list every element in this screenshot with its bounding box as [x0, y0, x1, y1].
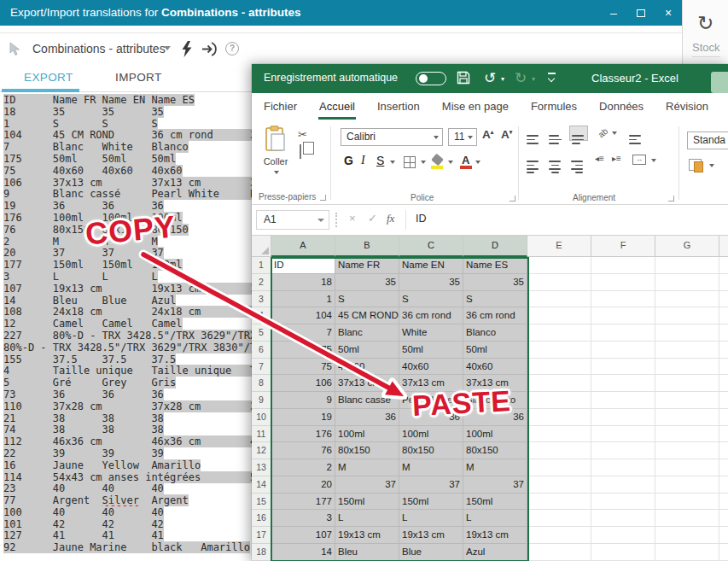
row-header-7[interactable]: 7 — [252, 359, 271, 376]
cell-D5[interactable]: Blanco — [463, 324, 527, 342]
row-header-2[interactable]: 2 — [252, 274, 271, 291]
align-bottom-icon[interactable] — [569, 126, 588, 141]
increase-indent-icon[interactable]: ▸≡ — [612, 154, 621, 163]
cell-F3[interactable] — [591, 291, 655, 308]
row-header-14[interactable]: 14 — [252, 476, 271, 494]
font-color-icon[interactable]: A — [462, 154, 469, 167]
cell-F17[interactable] — [591, 527, 655, 544]
cell-A1[interactable]: ID — [271, 257, 335, 274]
cell-C1[interactable]: Name EN — [399, 257, 463, 274]
cell-F4[interactable] — [591, 307, 655, 324]
select-all-corner[interactable] — [252, 236, 271, 257]
maximize-button[interactable] — [634, 6, 648, 20]
formula-bar-handle[interactable] — [335, 213, 337, 227]
cell-F5[interactable] — [591, 324, 655, 342]
cell-G4[interactable] — [655, 307, 719, 324]
accounting-caret-icon[interactable] — [709, 164, 714, 167]
cell-B17[interactable]: 19x13 cm — [335, 527, 399, 544]
cell-E15[interactable] — [527, 494, 591, 511]
ribbon-tab-accueil[interactable]: Accueil — [308, 93, 366, 121]
cell-D18[interactable]: Azul — [463, 544, 527, 561]
cell-C8[interactable]: 37x13 cm — [399, 375, 463, 392]
cell-A3[interactable]: 1 — [271, 291, 335, 308]
row-header-8[interactable]: 8 — [252, 375, 271, 392]
cell-D7[interactable]: 40x60 — [463, 359, 527, 376]
name-box[interactable]: A1 — [256, 210, 329, 230]
cell-D12[interactable]: 80x150 — [463, 442, 527, 459]
cell-C4[interactable]: 36 cm rond — [399, 307, 463, 324]
cell-D13[interactable]: M — [463, 459, 527, 476]
confirm-entry-icon[interactable]: ✓ — [368, 212, 377, 225]
orientation-icon[interactable]: ab — [597, 126, 610, 140]
wrap-text-icon[interactable] — [627, 126, 646, 142]
cell-C15[interactable]: 150ml — [399, 494, 463, 511]
merge-center-icon[interactable]: ↔ — [632, 155, 646, 165]
undo-button[interactable]: ↺ — [484, 69, 496, 87]
cell-B15[interactable]: 150ml — [335, 494, 399, 511]
type-selector[interactable]: Combinations - attributes — [32, 33, 166, 65]
row-header-17[interactable]: 17 — [252, 527, 271, 544]
cell-B1[interactable]: Name FR — [335, 257, 399, 274]
save-icon[interactable] — [457, 71, 470, 85]
underline-caret-icon[interactable] — [390, 161, 395, 164]
cell-C7[interactable]: 40x60 — [399, 359, 463, 376]
cell-F11[interactable] — [591, 426, 655, 443]
cell-E7[interactable] — [527, 359, 591, 376]
cell-F2[interactable] — [591, 274, 655, 291]
minimize-button[interactable]: – — [607, 6, 620, 20]
column-header-g[interactable]: G — [655, 236, 719, 257]
close-button[interactable]: × — [661, 6, 675, 20]
cell-F14[interactable] — [591, 476, 655, 494]
cell-C3[interactable]: S — [399, 291, 463, 308]
cell-B12[interactable]: 80x150 — [335, 442, 399, 459]
tab-export[interactable]: EXPORT — [24, 71, 73, 84]
cell-E14[interactable] — [527, 476, 591, 494]
row-header-12[interactable]: 12 — [252, 442, 271, 459]
cell-B13[interactable]: M — [335, 459, 399, 476]
cell-G18[interactable] — [655, 544, 719, 561]
decrease-indent-icon[interactable]: ◂≡ — [595, 154, 604, 163]
ribbon-tab-mise-en-page[interactable]: Mise en page — [431, 93, 520, 121]
cell-D4[interactable]: 36 cm rond — [463, 307, 527, 324]
insert-function-icon[interactable]: fx — [387, 212, 394, 225]
column-header-e[interactable]: E — [527, 236, 591, 257]
format-painter-icon[interactable] — [298, 162, 327, 179]
cell-C2[interactable]: 35 — [399, 274, 463, 291]
cell-C10[interactable]: 36 — [399, 409, 463, 426]
row-header-5[interactable]: 5 — [252, 324, 271, 342]
cell-A14[interactable]: 20 — [271, 476, 335, 494]
cell-G2[interactable] — [655, 274, 719, 291]
cell-E11[interactable] — [527, 426, 591, 443]
cell-A10[interactable]: 19 — [271, 409, 335, 426]
column-header-b[interactable]: B — [335, 236, 399, 257]
cell-B6[interactable]: 50ml — [335, 342, 399, 359]
underline-button[interactable]: S — [376, 154, 384, 167]
lightning-icon[interactable] — [181, 41, 193, 57]
cell-B16[interactable]: L — [335, 510, 399, 527]
cell-C9[interactable]: Pearl White — [399, 392, 463, 409]
column-header-a[interactable]: A — [271, 236, 335, 257]
font-size-select[interactable]: 11 — [448, 128, 477, 146]
cell-G3[interactable] — [655, 291, 719, 308]
cell-D11[interactable]: 100ml — [463, 426, 527, 443]
cell-G14[interactable] — [655, 476, 719, 494]
align-top-icon[interactable] — [525, 126, 544, 142]
cell-F16[interactable] — [591, 510, 655, 527]
column-header-c[interactable]: C — [399, 236, 463, 257]
cell-G16[interactable] — [655, 510, 719, 527]
font-color-caret-icon[interactable] — [475, 161, 480, 164]
column-header-d[interactable]: D — [463, 236, 527, 257]
cell-G10[interactable] — [655, 409, 719, 426]
cell-D14[interactable]: 37 — [463, 476, 527, 494]
cell-D10[interactable]: 36 — [463, 409, 527, 426]
bold-button[interactable]: G — [344, 154, 353, 167]
cell-G15[interactable] — [655, 494, 719, 511]
cell-A18[interactable]: 14 — [271, 544, 335, 561]
italic-button[interactable]: I — [361, 154, 365, 167]
cell-A4[interactable]: 104 — [271, 307, 335, 324]
align-center-icon[interactable] — [547, 152, 566, 167]
cell-B3[interactable]: S — [335, 291, 399, 308]
alignment-dialog-launcher[interactable] — [668, 196, 674, 202]
copy-icon[interactable] — [298, 145, 327, 162]
cancel-entry-icon[interactable]: × — [349, 212, 356, 225]
